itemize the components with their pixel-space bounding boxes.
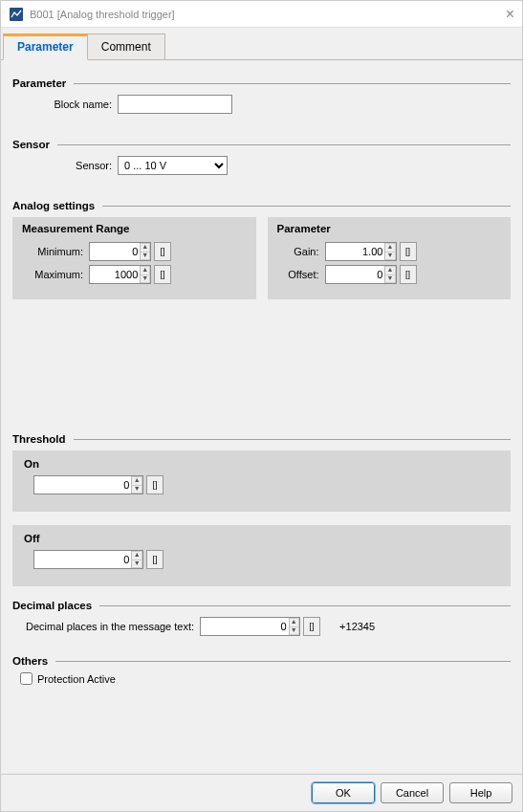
window-title: B001 [Analog threshold trigger] bbox=[30, 9, 175, 20]
maximum-ref-button[interactable]: [] bbox=[154, 265, 171, 284]
close-icon[interactable]: × bbox=[506, 6, 514, 23]
tab-comment[interactable]: Comment bbox=[87, 33, 165, 60]
help-button[interactable]: Help bbox=[449, 782, 512, 803]
panel-gain-offset: Parameter Gain: ▲▼ [] Offset: ▲▼ [] bbox=[268, 217, 512, 299]
section-parameter: Parameter bbox=[12, 77, 511, 89]
section-others: Others bbox=[12, 655, 511, 667]
block-name-label: Block name: bbox=[41, 99, 118, 110]
sensor-label: Sensor: bbox=[41, 160, 118, 171]
section-threshold: Threshold bbox=[12, 433, 511, 445]
minimum-label: Minimum: bbox=[22, 246, 89, 257]
panel-threshold-off: Off ▲▼ [] bbox=[12, 525, 511, 586]
threshold-on-ref-button[interactable]: [] bbox=[146, 475, 163, 494]
tab-parameter[interactable]: Parameter bbox=[3, 33, 88, 60]
minimum-input[interactable] bbox=[90, 243, 140, 260]
threshold-off-input[interactable] bbox=[34, 551, 131, 568]
threshold-off-title: Off bbox=[24, 533, 499, 544]
titlebar: B001 [Analog threshold trigger] × bbox=[1, 1, 522, 28]
threshold-on-title: On bbox=[24, 458, 499, 470]
decimal-input[interactable] bbox=[201, 618, 288, 635]
app-icon bbox=[9, 7, 24, 22]
block-name-input[interactable] bbox=[118, 95, 232, 114]
threshold-off-spinner[interactable]: ▲▼ bbox=[131, 551, 142, 568]
section-parameter-label: Parameter bbox=[12, 77, 66, 89]
section-decimal: Decimal places bbox=[12, 600, 511, 611]
minimum-spinner[interactable]: ▲▼ bbox=[140, 243, 150, 260]
offset-label: Offset: bbox=[277, 269, 325, 280]
tab-content: Parameter Block name: Sensor Sensor: 0 .… bbox=[1, 60, 522, 774]
threshold-on-spinner[interactable]: ▲▼ bbox=[131, 476, 142, 494]
decimal-ref-button[interactable]: [] bbox=[303, 617, 320, 636]
tabs: Parameter Comment bbox=[1, 28, 522, 60]
maximum-label: Maximum: bbox=[22, 269, 89, 280]
minimum-ref-button[interactable]: [] bbox=[154, 242, 171, 261]
section-decimal-label: Decimal places bbox=[12, 600, 92, 611]
gain-label: Gain: bbox=[277, 246, 325, 257]
section-sensor: Sensor bbox=[12, 139, 511, 150]
gain-ref-button[interactable]: [] bbox=[400, 242, 417, 261]
section-others-label: Others bbox=[12, 655, 48, 667]
section-analog: Analog settings bbox=[12, 200, 511, 211]
section-sensor-label: Sensor bbox=[12, 139, 50, 150]
gain-spinner[interactable]: ▲▼ bbox=[384, 243, 395, 260]
decimal-label: Decimal places in the message text: bbox=[26, 621, 200, 632]
section-analog-label: Analog settings bbox=[12, 200, 95, 211]
ok-button[interactable]: OK bbox=[312, 782, 375, 803]
protection-label: Protection Active bbox=[37, 673, 116, 685]
sensor-select[interactable]: 0 ... 10 V bbox=[118, 156, 228, 175]
maximum-input[interactable] bbox=[90, 266, 140, 283]
section-threshold-label: Threshold bbox=[12, 433, 66, 445]
threshold-off-ref-button[interactable]: [] bbox=[146, 550, 163, 569]
maximum-spinner[interactable]: ▲▼ bbox=[140, 266, 150, 283]
offset-ref-button[interactable]: [] bbox=[400, 265, 417, 284]
footer: OK Cancel Help bbox=[1, 774, 522, 811]
panel-measurement-range-title: Measurement Range bbox=[22, 223, 247, 234]
decimal-example: +12345 bbox=[339, 621, 375, 632]
cancel-button[interactable]: Cancel bbox=[381, 782, 444, 803]
decimal-spinner[interactable]: ▲▼ bbox=[289, 618, 300, 635]
gain-input[interactable] bbox=[326, 243, 385, 260]
protection-checkbox[interactable] bbox=[20, 672, 33, 685]
threshold-on-input[interactable] bbox=[34, 476, 131, 494]
panel-measurement-range: Measurement Range Minimum: ▲▼ [] Maximum… bbox=[12, 217, 256, 299]
panel-threshold-on: On ▲▼ [] bbox=[12, 450, 511, 512]
offset-spinner[interactable]: ▲▼ bbox=[384, 266, 395, 283]
panel-gain-offset-title: Parameter bbox=[277, 223, 502, 234]
offset-input[interactable] bbox=[326, 266, 385, 283]
